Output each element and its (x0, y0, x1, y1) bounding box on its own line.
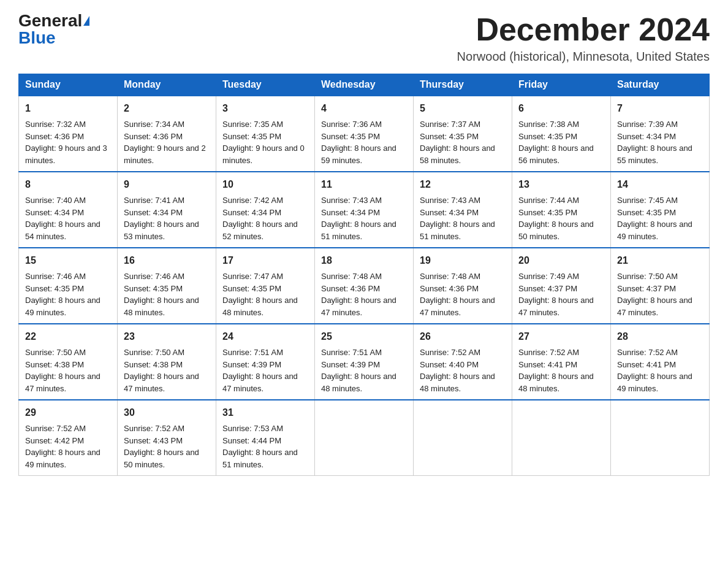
day-number: 8 (25, 177, 111, 192)
day-number: 18 (321, 253, 407, 268)
calendar-header-tuesday: Tuesday (216, 74, 315, 96)
calendar-week-row: 15 Sunrise: 7:46 AMSunset: 4:35 PMDaylig… (19, 248, 710, 324)
day-info: Sunrise: 7:51 AMSunset: 4:39 PMDaylight:… (222, 348, 298, 393)
calendar-cell (611, 400, 710, 476)
day-info: Sunrise: 7:50 AMSunset: 4:38 PMDaylight:… (124, 348, 199, 393)
day-number: 22 (25, 329, 111, 344)
day-number: 27 (518, 329, 604, 344)
calendar-header-saturday: Saturday (611, 74, 710, 96)
logo-blue-text: Blue (18, 28, 56, 47)
calendar-cell: 12 Sunrise: 7:43 AMSunset: 4:34 PMDaylig… (414, 172, 512, 248)
day-info: Sunrise: 7:43 AMSunset: 4:34 PMDaylight:… (420, 196, 495, 241)
day-number: 25 (321, 329, 407, 344)
month-title: December 2024 (457, 12, 710, 47)
calendar-cell: 17 Sunrise: 7:47 AMSunset: 4:35 PMDaylig… (216, 248, 315, 324)
day-number: 4 (321, 101, 407, 116)
calendar-header-monday: Monday (118, 74, 216, 96)
day-info: Sunrise: 7:38 AMSunset: 4:35 PMDaylight:… (518, 120, 594, 165)
day-number: 21 (617, 253, 703, 268)
day-info: Sunrise: 7:52 AMSunset: 4:43 PMDaylight:… (124, 424, 199, 469)
title-area: December 2024 Norwood (historical), Minn… (457, 12, 710, 64)
calendar-cell: 19 Sunrise: 7:48 AMSunset: 4:36 PMDaylig… (414, 248, 512, 324)
day-number: 17 (222, 253, 308, 268)
calendar-cell: 23 Sunrise: 7:50 AMSunset: 4:38 PMDaylig… (118, 324, 216, 400)
calendar-cell (414, 400, 512, 476)
calendar-cell: 28 Sunrise: 7:52 AMSunset: 4:41 PMDaylig… (611, 324, 710, 400)
calendar-week-row: 8 Sunrise: 7:40 AMSunset: 4:34 PMDayligh… (19, 172, 710, 248)
day-number: 9 (124, 177, 210, 192)
day-info: Sunrise: 7:48 AMSunset: 4:36 PMDaylight:… (321, 272, 396, 317)
day-info: Sunrise: 7:48 AMSunset: 4:36 PMDaylight:… (420, 272, 495, 317)
day-info: Sunrise: 7:52 AMSunset: 4:41 PMDaylight:… (617, 348, 692, 393)
day-info: Sunrise: 7:50 AMSunset: 4:38 PMDaylight:… (25, 348, 100, 393)
calendar-cell: 2 Sunrise: 7:34 AMSunset: 4:36 PMDayligh… (118, 96, 216, 172)
calendar-cell: 1 Sunrise: 7:32 AMSunset: 4:36 PMDayligh… (19, 96, 118, 172)
calendar-cell: 4 Sunrise: 7:36 AMSunset: 4:35 PMDayligh… (315, 96, 414, 172)
day-number: 30 (124, 405, 210, 420)
calendar-cell: 6 Sunrise: 7:38 AMSunset: 4:35 PMDayligh… (512, 96, 611, 172)
day-number: 20 (518, 253, 604, 268)
calendar-cell: 26 Sunrise: 7:52 AMSunset: 4:40 PMDaylig… (414, 324, 512, 400)
day-info: Sunrise: 7:35 AMSunset: 4:35 PMDaylight:… (222, 120, 305, 165)
calendar-cell: 13 Sunrise: 7:44 AMSunset: 4:35 PMDaylig… (512, 172, 611, 248)
calendar-cell: 20 Sunrise: 7:49 AMSunset: 4:37 PMDaylig… (512, 248, 611, 324)
day-number: 24 (222, 329, 308, 344)
day-info: Sunrise: 7:45 AMSunset: 4:35 PMDaylight:… (617, 196, 692, 241)
calendar-table: SundayMondayTuesdayWednesdayThursdayFrid… (18, 74, 710, 476)
day-number: 23 (124, 329, 210, 344)
day-number: 5 (420, 101, 506, 116)
day-number: 10 (222, 177, 308, 192)
calendar-cell: 22 Sunrise: 7:50 AMSunset: 4:38 PMDaylig… (19, 324, 118, 400)
calendar-cell: 31 Sunrise: 7:53 AMSunset: 4:44 PMDaylig… (216, 400, 315, 476)
day-number: 12 (420, 177, 506, 192)
day-number: 11 (321, 177, 407, 192)
location-title: Norwood (historical), Minnesota, United … (457, 50, 710, 64)
day-info: Sunrise: 7:52 AMSunset: 4:42 PMDaylight:… (25, 424, 100, 469)
page-header: General Blue December 2024 Norwood (hist… (18, 12, 710, 64)
calendar-cell: 16 Sunrise: 7:46 AMSunset: 4:35 PMDaylig… (118, 248, 216, 324)
day-info: Sunrise: 7:51 AMSunset: 4:39 PMDaylight:… (321, 348, 396, 393)
logo-general-text: General (18, 12, 82, 29)
day-info: Sunrise: 7:37 AMSunset: 4:35 PMDaylight:… (420, 120, 495, 165)
day-info: Sunrise: 7:41 AMSunset: 4:34 PMDaylight:… (124, 196, 199, 241)
day-info: Sunrise: 7:44 AMSunset: 4:35 PMDaylight:… (518, 196, 594, 241)
day-number: 2 (124, 101, 210, 116)
day-number: 26 (420, 329, 506, 344)
day-number: 14 (617, 177, 703, 192)
day-number: 28 (617, 329, 703, 344)
day-info: Sunrise: 7:50 AMSunset: 4:37 PMDaylight:… (617, 272, 692, 317)
calendar-cell (315, 400, 414, 476)
day-number: 15 (25, 253, 111, 268)
day-info: Sunrise: 7:40 AMSunset: 4:34 PMDaylight:… (25, 196, 100, 241)
calendar-cell: 3 Sunrise: 7:35 AMSunset: 4:35 PMDayligh… (216, 96, 315, 172)
calendar-cell: 25 Sunrise: 7:51 AMSunset: 4:39 PMDaylig… (315, 324, 414, 400)
calendar-cell: 24 Sunrise: 7:51 AMSunset: 4:39 PMDaylig… (216, 324, 315, 400)
calendar-week-row: 1 Sunrise: 7:32 AMSunset: 4:36 PMDayligh… (19, 96, 710, 172)
calendar-header-friday: Friday (512, 74, 611, 96)
calendar-cell: 10 Sunrise: 7:42 AMSunset: 4:34 PMDaylig… (216, 172, 315, 248)
calendar-cell: 9 Sunrise: 7:41 AMSunset: 4:34 PMDayligh… (118, 172, 216, 248)
day-number: 31 (222, 405, 308, 420)
day-info: Sunrise: 7:43 AMSunset: 4:34 PMDaylight:… (321, 196, 396, 241)
day-number: 19 (420, 253, 506, 268)
calendar-cell: 18 Sunrise: 7:48 AMSunset: 4:36 PMDaylig… (315, 248, 414, 324)
calendar-header-sunday: Sunday (19, 74, 118, 96)
day-info: Sunrise: 7:52 AMSunset: 4:41 PMDaylight:… (518, 348, 594, 393)
calendar-cell: 21 Sunrise: 7:50 AMSunset: 4:37 PMDaylig… (611, 248, 710, 324)
calendar-week-row: 22 Sunrise: 7:50 AMSunset: 4:38 PMDaylig… (19, 324, 710, 400)
calendar-header-row: SundayMondayTuesdayWednesdayThursdayFrid… (19, 74, 710, 96)
calendar-week-row: 29 Sunrise: 7:52 AMSunset: 4:42 PMDaylig… (19, 400, 710, 476)
calendar-header-wednesday: Wednesday (315, 74, 414, 96)
day-info: Sunrise: 7:49 AMSunset: 4:37 PMDaylight:… (518, 272, 594, 317)
calendar-cell: 30 Sunrise: 7:52 AMSunset: 4:43 PMDaylig… (118, 400, 216, 476)
calendar-cell (512, 400, 611, 476)
day-info: Sunrise: 7:39 AMSunset: 4:34 PMDaylight:… (617, 120, 692, 165)
day-number: 7 (617, 101, 703, 116)
calendar-cell: 8 Sunrise: 7:40 AMSunset: 4:34 PMDayligh… (19, 172, 118, 248)
calendar-cell: 27 Sunrise: 7:52 AMSunset: 4:41 PMDaylig… (512, 324, 611, 400)
calendar-cell: 29 Sunrise: 7:52 AMSunset: 4:42 PMDaylig… (19, 400, 118, 476)
day-number: 1 (25, 101, 111, 116)
day-info: Sunrise: 7:36 AMSunset: 4:35 PMDaylight:… (321, 120, 396, 165)
calendar-header-thursday: Thursday (414, 74, 512, 96)
logo-triangle-icon (83, 16, 89, 26)
